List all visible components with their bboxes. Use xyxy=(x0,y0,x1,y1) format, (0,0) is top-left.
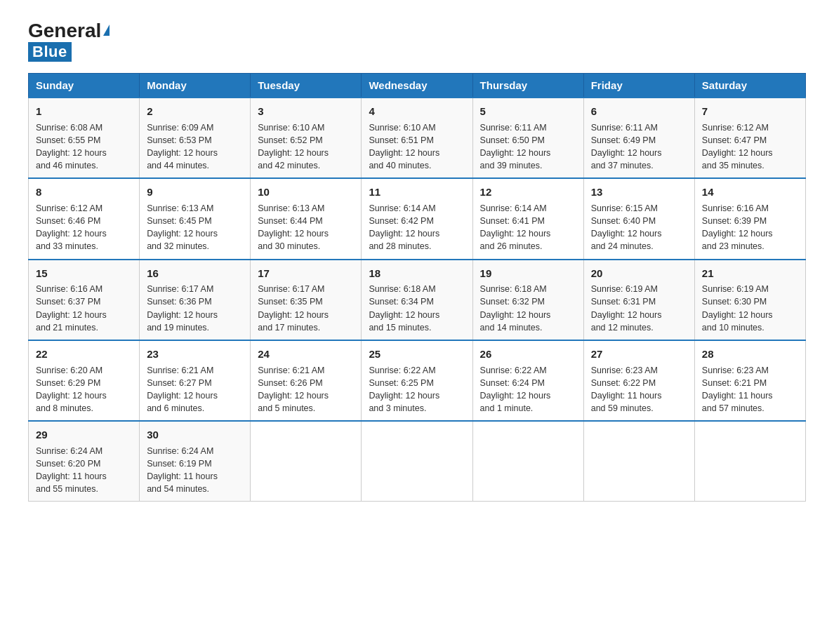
calendar-cell: 6Sunrise: 6:11 AMSunset: 6:49 PMDaylight… xyxy=(583,98,694,178)
calendar-cell: 7Sunrise: 6:12 AMSunset: 6:47 PMDaylight… xyxy=(694,98,805,178)
day-info: Sunrise: 6:10 AMSunset: 6:52 PMDaylight:… xyxy=(258,121,354,173)
calendar-cell: 19Sunrise: 6:18 AMSunset: 6:32 PMDayligh… xyxy=(472,260,583,340)
day-number: 22 xyxy=(36,347,132,362)
day-number: 5 xyxy=(480,104,576,119)
day-number: 29 xyxy=(36,427,132,443)
day-info: Sunrise: 6:08 AMSunset: 6:55 PMDaylight:… xyxy=(36,121,132,173)
calendar-cell: 2Sunrise: 6:09 AMSunset: 6:53 PMDaylight… xyxy=(140,98,251,178)
day-number: 11 xyxy=(369,185,465,200)
day-number: 19 xyxy=(480,266,576,281)
calendar-week-row: 29Sunrise: 6:24 AMSunset: 6:20 PMDayligh… xyxy=(29,421,806,502)
calendar-cell xyxy=(472,421,583,502)
calendar-cell: 29Sunrise: 6:24 AMSunset: 6:20 PMDayligh… xyxy=(29,421,140,502)
logo-blue: Blue xyxy=(28,42,72,62)
col-header-saturday: Saturday xyxy=(694,74,805,98)
day-number: 9 xyxy=(147,185,243,200)
calendar-cell: 12Sunrise: 6:14 AMSunset: 6:41 PMDayligh… xyxy=(472,178,583,259)
col-header-thursday: Thursday xyxy=(472,74,583,98)
day-number: 12 xyxy=(480,185,576,200)
day-number: 16 xyxy=(147,266,243,281)
day-info: Sunrise: 6:09 AMSunset: 6:53 PMDaylight:… xyxy=(147,121,243,173)
day-number: 2 xyxy=(147,104,243,119)
day-info: Sunrise: 6:19 AMSunset: 6:30 PMDaylight:… xyxy=(702,283,798,334)
day-number: 13 xyxy=(591,185,687,200)
day-info: Sunrise: 6:24 AMSunset: 6:19 PMDaylight:… xyxy=(147,445,243,496)
day-number: 25 xyxy=(369,347,465,362)
calendar-cell: 28Sunrise: 6:23 AMSunset: 6:21 PMDayligh… xyxy=(694,340,805,421)
day-number: 10 xyxy=(258,185,354,200)
calendar-cell: 24Sunrise: 6:21 AMSunset: 6:26 PMDayligh… xyxy=(251,340,362,421)
day-info: Sunrise: 6:21 AMSunset: 6:27 PMDaylight:… xyxy=(147,364,243,415)
logo-general: General xyxy=(28,21,101,41)
day-number: 4 xyxy=(369,104,465,119)
calendar-cell: 21Sunrise: 6:19 AMSunset: 6:30 PMDayligh… xyxy=(694,260,805,340)
page-header: General Blue xyxy=(28,21,806,62)
day-info: Sunrise: 6:17 AMSunset: 6:36 PMDaylight:… xyxy=(147,283,243,334)
day-number: 18 xyxy=(369,266,465,281)
calendar-cell: 15Sunrise: 6:16 AMSunset: 6:37 PMDayligh… xyxy=(29,260,140,340)
day-number: 7 xyxy=(702,104,798,119)
day-info: Sunrise: 6:16 AMSunset: 6:39 PMDaylight:… xyxy=(702,202,798,253)
day-info: Sunrise: 6:23 AMSunset: 6:22 PMDaylight:… xyxy=(591,364,687,415)
calendar-week-row: 1Sunrise: 6:08 AMSunset: 6:55 PMDaylight… xyxy=(29,98,806,178)
calendar-cell: 1Sunrise: 6:08 AMSunset: 6:55 PMDaylight… xyxy=(29,98,140,178)
col-header-wednesday: Wednesday xyxy=(362,74,472,98)
day-info: Sunrise: 6:21 AMSunset: 6:26 PMDaylight:… xyxy=(258,364,354,415)
day-number: 30 xyxy=(147,427,243,443)
calendar-cell: 23Sunrise: 6:21 AMSunset: 6:27 PMDayligh… xyxy=(140,340,251,421)
calendar-cell xyxy=(583,421,694,502)
col-header-friday: Friday xyxy=(583,74,694,98)
calendar-cell: 30Sunrise: 6:24 AMSunset: 6:19 PMDayligh… xyxy=(140,421,251,502)
day-info: Sunrise: 6:24 AMSunset: 6:20 PMDaylight:… xyxy=(36,445,132,496)
calendar-cell: 25Sunrise: 6:22 AMSunset: 6:25 PMDayligh… xyxy=(362,340,472,421)
col-header-tuesday: Tuesday xyxy=(251,74,362,98)
calendar-cell xyxy=(694,421,805,502)
day-info: Sunrise: 6:18 AMSunset: 6:34 PMDaylight:… xyxy=(369,283,465,334)
calendar-cell: 18Sunrise: 6:18 AMSunset: 6:34 PMDayligh… xyxy=(362,260,472,340)
day-info: Sunrise: 6:22 AMSunset: 6:24 PMDaylight:… xyxy=(480,364,576,415)
day-number: 27 xyxy=(591,347,687,362)
col-header-sunday: Sunday xyxy=(29,74,140,98)
day-number: 8 xyxy=(36,185,132,200)
calendar-cell: 17Sunrise: 6:17 AMSunset: 6:35 PMDayligh… xyxy=(251,260,362,340)
day-info: Sunrise: 6:14 AMSunset: 6:41 PMDaylight:… xyxy=(480,202,576,253)
day-number: 20 xyxy=(591,266,687,281)
calendar-cell: 8Sunrise: 6:12 AMSunset: 6:46 PMDaylight… xyxy=(29,178,140,259)
day-number: 1 xyxy=(36,104,132,119)
day-number: 21 xyxy=(702,266,798,281)
day-info: Sunrise: 6:14 AMSunset: 6:42 PMDaylight:… xyxy=(369,202,465,253)
calendar-week-row: 15Sunrise: 6:16 AMSunset: 6:37 PMDayligh… xyxy=(29,260,806,340)
day-info: Sunrise: 6:10 AMSunset: 6:51 PMDaylight:… xyxy=(369,121,465,173)
calendar-cell xyxy=(251,421,362,502)
day-number: 3 xyxy=(258,104,354,119)
day-info: Sunrise: 6:22 AMSunset: 6:25 PMDaylight:… xyxy=(369,364,465,415)
calendar-cell: 3Sunrise: 6:10 AMSunset: 6:52 PMDaylight… xyxy=(251,98,362,178)
day-number: 17 xyxy=(258,266,354,281)
day-info: Sunrise: 6:12 AMSunset: 6:46 PMDaylight:… xyxy=(36,202,132,253)
logo: General Blue xyxy=(28,21,110,62)
day-number: 23 xyxy=(147,347,243,362)
calendar-cell: 4Sunrise: 6:10 AMSunset: 6:51 PMDaylight… xyxy=(362,98,472,178)
day-info: Sunrise: 6:15 AMSunset: 6:40 PMDaylight:… xyxy=(591,202,687,253)
calendar-cell: 14Sunrise: 6:16 AMSunset: 6:39 PMDayligh… xyxy=(694,178,805,259)
calendar-cell: 5Sunrise: 6:11 AMSunset: 6:50 PMDaylight… xyxy=(472,98,583,178)
day-number: 28 xyxy=(702,347,798,362)
day-number: 14 xyxy=(702,185,798,200)
day-info: Sunrise: 6:19 AMSunset: 6:31 PMDaylight:… xyxy=(591,283,687,334)
calendar-table: SundayMondayTuesdayWednesdayThursdayFrid… xyxy=(28,73,806,502)
day-info: Sunrise: 6:17 AMSunset: 6:35 PMDaylight:… xyxy=(258,283,354,334)
calendar-week-row: 22Sunrise: 6:20 AMSunset: 6:29 PMDayligh… xyxy=(29,340,806,421)
day-number: 6 xyxy=(591,104,687,119)
calendar-cell: 26Sunrise: 6:22 AMSunset: 6:24 PMDayligh… xyxy=(472,340,583,421)
calendar-cell: 13Sunrise: 6:15 AMSunset: 6:40 PMDayligh… xyxy=(583,178,694,259)
day-info: Sunrise: 6:13 AMSunset: 6:44 PMDaylight:… xyxy=(258,202,354,253)
day-info: Sunrise: 6:12 AMSunset: 6:47 PMDaylight:… xyxy=(702,121,798,173)
day-info: Sunrise: 6:13 AMSunset: 6:45 PMDaylight:… xyxy=(147,202,243,253)
calendar-cell: 27Sunrise: 6:23 AMSunset: 6:22 PMDayligh… xyxy=(583,340,694,421)
day-info: Sunrise: 6:18 AMSunset: 6:32 PMDaylight:… xyxy=(480,283,576,334)
day-number: 24 xyxy=(258,347,354,362)
calendar-cell xyxy=(362,421,472,502)
day-info: Sunrise: 6:23 AMSunset: 6:21 PMDaylight:… xyxy=(702,364,798,415)
day-info: Sunrise: 6:11 AMSunset: 6:49 PMDaylight:… xyxy=(591,121,687,173)
logo-triangle-icon xyxy=(103,25,110,36)
